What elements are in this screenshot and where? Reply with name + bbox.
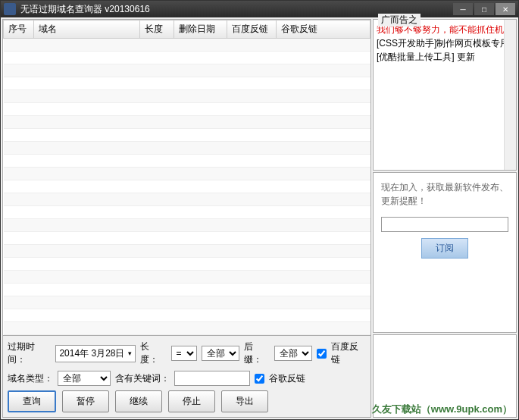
col-delete-date[interactable]: 删除日期 [174,20,227,39]
left-panel: 序号 域名 长度 删除日期 百度反链 谷歌反链 [2,19,371,418]
col-baidu[interactable]: 百度反链 [227,20,277,39]
suffix-select[interactable]: 全部 [274,346,312,361]
titlebar[interactable]: 无语过期域名查询器 v20130616 ─ □ ✕ [1,1,518,17]
window-controls: ─ □ ✕ [453,3,515,15]
suffix-label: 后缀： [244,340,270,366]
col-domain[interactable]: 域名 [34,20,140,39]
ad-title: 广而告之 [378,14,421,27]
results-table: 序号 域名 长度 删除日期 百度反链 谷歌反链 [3,20,370,335]
length-op-select[interactable]: = [171,346,197,361]
google-checkbox[interactable] [255,374,264,384]
calendar-icon: ▾ [128,349,132,357]
export-button[interactable]: 导出 [221,390,268,412]
expire-label: 过期时间： [8,340,51,366]
minimize-button[interactable]: ─ [453,3,473,15]
query-button[interactable]: 查询 [8,390,56,412]
col-index[interactable]: 序号 [4,20,34,39]
length-val-select[interactable]: 全部 [202,346,239,361]
maximize-button[interactable]: □ [474,3,494,15]
col-google[interactable]: 谷歌反链 [277,20,370,39]
ad-scrollbar[interactable] [504,20,516,170]
table-body [4,39,370,336]
subscribe-box: 现在加入，获取最新软件发布、更新提醒！ 订阅 [373,172,517,333]
main-window: 无语过期域名查询器 v20130616 ─ □ ✕ 序号 域名 长度 删除日期 … [0,0,519,420]
google-check-label: 谷歌反链 [269,372,305,385]
ad-line-2[interactable]: [CSS开发助手]制作网页模板专用 [377,36,513,50]
baidu-check-label: 百度反链 [331,340,366,366]
length-label: 长度： [140,340,166,366]
app-icon [4,3,16,15]
close-button[interactable]: ✕ [496,3,515,15]
keyword-input[interactable] [174,371,250,386]
subscribe-button[interactable]: 订阅 [421,238,468,259]
expire-date-picker[interactable]: 2014年 3月28日 ▾ [55,345,136,362]
filter-controls: 过期时间： 2014年 3月28日 ▾ 长度： = 全部 后缀： 全部 百度反链… [3,335,370,417]
pause-button[interactable]: 暂停 [62,390,109,412]
content-area: 序号 域名 长度 删除日期 百度反链 谷歌反链 [1,17,518,419]
results-table-container: 序号 域名 长度 删除日期 百度反链 谷歌反链 [3,20,370,335]
type-label: 域名类型： [8,372,53,385]
col-length[interactable]: 长度 [140,20,174,39]
right-panel: 广而告之 我们够不够努力，能不能抓住机 [CSS开发助手]制作网页模板专用 [优… [373,19,517,418]
watermark: 久友下载站（www.9upk.com） [372,403,512,416]
type-select[interactable]: 全部 [58,371,111,386]
keyword-label: 含有关键词： [115,372,170,385]
continue-button[interactable]: 继续 [115,390,162,412]
ad-box: 广而告之 我们够不够努力，能不能抓住机 [CSS开发助手]制作网页模板专用 [优… [373,19,517,171]
ad-line-3[interactable]: [优酷批量上传工具] 更新 [377,50,513,64]
baidu-checkbox[interactable] [317,349,327,359]
subscribe-text: 现在加入，获取最新软件发布、更新提醒！ [381,180,508,208]
subscribe-email-input[interactable] [381,217,508,232]
stop-button[interactable]: 停止 [168,390,215,412]
